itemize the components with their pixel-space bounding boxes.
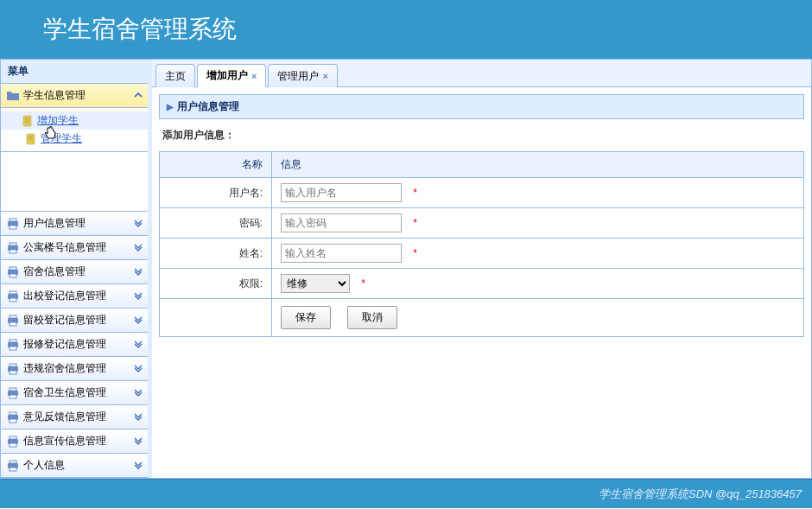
- menu-group-repair[interactable]: 报修登记信息管理: [1, 333, 148, 357]
- username-input[interactable]: [281, 183, 402, 202]
- sidebar: 菜单 学生信息管理 增加学生 管理学生 用户信息管理 公寓楼号信息: [1, 60, 152, 478]
- svg-rect-22: [10, 322, 16, 326]
- tab-manage-user[interactable]: 管理用户 ×: [268, 64, 337, 87]
- th-name: 名称: [160, 152, 272, 178]
- menu-item-manage-student[interactable]: 管理学生: [22, 130, 148, 148]
- printer-icon: [6, 338, 20, 352]
- footer: 学生宿舍管理系统SDN @qq_251836457: [0, 479, 812, 508]
- menu-spacer: [1, 152, 148, 212]
- chevron-down-icon: [134, 219, 143, 227]
- required-mark: *: [413, 217, 417, 229]
- menu-label: 用户信息管理: [23, 216, 86, 231]
- menu-group-hygiene[interactable]: 宿舍卫生信息管理: [1, 381, 148, 405]
- document-icon: [25, 133, 37, 145]
- chevron-down-icon: [134, 243, 143, 251]
- menu-group-student-info[interactable]: 学生信息管理: [1, 84, 148, 108]
- required-mark: *: [413, 187, 417, 199]
- svg-rect-15: [10, 267, 16, 270]
- printer-icon: [6, 314, 20, 328]
- svg-rect-28: [10, 371, 16, 374]
- chevron-down-icon: [134, 436, 143, 445]
- close-icon[interactable]: ×: [322, 71, 327, 81]
- sidebar-title: 菜单: [1, 60, 148, 84]
- tab-add-user[interactable]: 增加用户 ×: [197, 64, 266, 87]
- svg-rect-40: [10, 468, 16, 471]
- svg-rect-12: [10, 243, 16, 245]
- menu-group-dorm[interactable]: 宿舍信息管理: [1, 260, 148, 284]
- main-layout: 菜单 学生信息管理 增加学生 管理学生 用户信息管理 公寓楼号信息: [0, 59, 812, 479]
- panel: ▶ 用户信息管理 添加用户信息： 名称 信息 用户名: *: [159, 94, 804, 337]
- menu-group-violation[interactable]: 违规宿舍信息管理: [1, 357, 148, 381]
- panel-header[interactable]: ▶ 用户信息管理: [159, 94, 804, 119]
- folder-icon: [6, 89, 20, 103]
- chevron-down-icon: [134, 267, 143, 276]
- chevron-down-icon: [134, 315, 143, 324]
- svg-rect-39: [10, 461, 16, 463]
- printer-icon: [6, 410, 20, 424]
- chevron-up-icon: [134, 91, 143, 99]
- menu-item-add-student[interactable]: 增加学生: [1, 111, 148, 130]
- svg-rect-13: [10, 250, 16, 253]
- svg-rect-34: [10, 419, 16, 423]
- svg-rect-24: [10, 340, 16, 342]
- svg-rect-18: [10, 291, 16, 294]
- form-subtitle: 添加用户信息：: [159, 119, 804, 151]
- svg-rect-9: [10, 219, 16, 221]
- chevron-down-icon: [134, 364, 143, 372]
- menu-label: 公寓楼号信息管理: [23, 240, 106, 255]
- save-button[interactable]: 保存: [281, 306, 331, 329]
- menu-group-building[interactable]: 公寓楼号信息管理: [1, 236, 148, 260]
- svg-rect-10: [10, 226, 16, 229]
- row-password: 密码: *: [160, 208, 804, 239]
- menu-group-feedback[interactable]: 意见反馈信息管理: [1, 405, 148, 429]
- label-username: 用户名:: [160, 178, 272, 208]
- svg-rect-36: [10, 436, 16, 439]
- printer-icon: [6, 289, 20, 303]
- svg-rect-30: [10, 388, 16, 391]
- form-table: 名称 信息 用户名: * 密码:: [159, 151, 804, 337]
- tab-label: 管理用户: [277, 69, 319, 84]
- th-info: 信息: [272, 152, 804, 178]
- password-input[interactable]: [281, 213, 402, 232]
- menu-group-personal[interactable]: 个人信息: [1, 454, 148, 478]
- svg-rect-16: [10, 274, 16, 277]
- svg-rect-25: [10, 347, 16, 350]
- printer-icon: [6, 459, 20, 473]
- menu-group-stay[interactable]: 留校登记信息管理: [1, 309, 148, 333]
- svg-rect-27: [10, 364, 16, 366]
- cancel-button[interactable]: 取消: [347, 306, 397, 329]
- triangle-icon: ▶: [167, 102, 174, 111]
- row-buttons: 保存 取消: [160, 299, 804, 337]
- menu-group-leave[interactable]: 出校登记信息管理: [1, 284, 148, 309]
- menu-group-body: 增加学生 管理学生: [1, 108, 148, 152]
- row-role: 权限: 维修 *: [160, 269, 804, 299]
- row-username: 用户名: *: [160, 178, 804, 208]
- menu-label: 个人信息: [23, 458, 65, 473]
- panel-title: 用户信息管理: [177, 99, 239, 114]
- required-mark: *: [413, 247, 417, 259]
- app-title: 学生宿舍管理系统: [43, 13, 237, 46]
- tab-label: 增加用户: [206, 68, 248, 83]
- printer-icon: [6, 386, 20, 400]
- menu-link[interactable]: 增加学生: [37, 113, 79, 128]
- printer-icon: [6, 241, 20, 255]
- menu-group-user-info[interactable]: 用户信息管理: [1, 212, 148, 236]
- printer-icon: [6, 265, 20, 279]
- label-password: 密码:: [160, 208, 272, 239]
- svg-rect-19: [10, 298, 16, 302]
- tab-home[interactable]: 主页: [155, 64, 195, 87]
- label-role: 权限:: [160, 269, 272, 299]
- menu-label: 宿舍卫生信息管理: [23, 385, 106, 400]
- chevron-down-icon: [134, 291, 143, 300]
- required-mark: *: [361, 277, 365, 289]
- svg-rect-21: [10, 315, 16, 318]
- role-select[interactable]: 维修: [281, 274, 350, 293]
- menu-label: 违规宿舍信息管理: [23, 361, 106, 376]
- menu-group-announce[interactable]: 信息宣传信息管理: [1, 429, 148, 454]
- menu-label: 出校登记信息管理: [23, 289, 106, 303]
- close-icon[interactable]: ×: [251, 71, 257, 81]
- menu-link[interactable]: 管理学生: [41, 131, 82, 146]
- menu-label: 宿舍信息管理: [23, 264, 86, 279]
- content-area: 主页 增加用户 × 管理用户 × ▶ 用户信息管理 添加用户信息： 名称: [152, 60, 811, 478]
- realname-input[interactable]: [281, 244, 402, 263]
